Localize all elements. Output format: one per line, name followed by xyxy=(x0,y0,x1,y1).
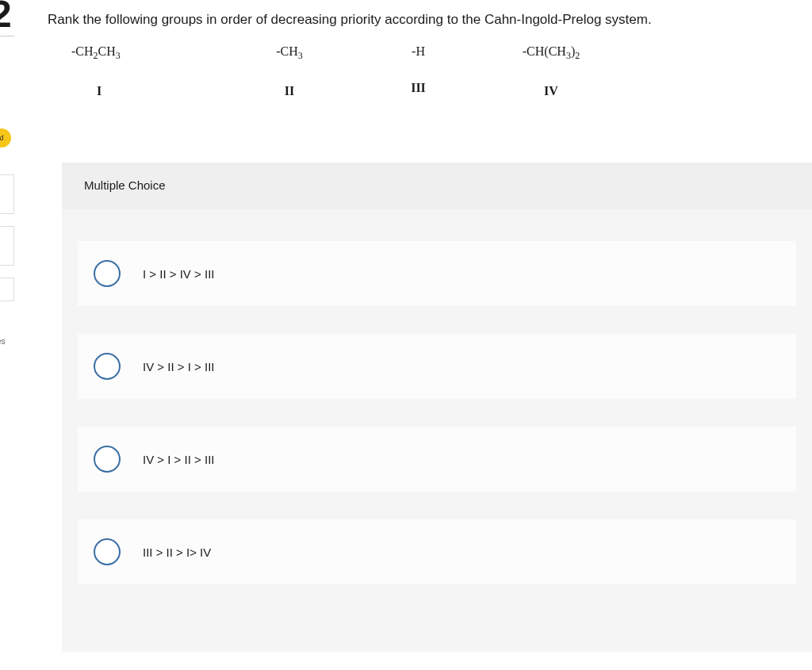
left-divider xyxy=(0,36,14,36)
roman-numeral: II xyxy=(285,84,294,98)
group-column: -CH(CH3)2 IV xyxy=(480,44,622,98)
answer-option[interactable]: IV > I > II > III xyxy=(78,427,796,492)
option-text: IV > II > I > III xyxy=(143,360,214,373)
left-box xyxy=(0,278,14,301)
roman-numeral: I xyxy=(71,84,102,98)
left-box xyxy=(0,226,14,266)
groups-row: -CH2CH3 I -CH3 II -H III -CH(CH3)2 IV xyxy=(48,44,812,98)
left-sidebar-boxes xyxy=(0,174,14,313)
radio-button[interactable] xyxy=(94,538,121,565)
options-list: I > II > IV > III IV > II > I > III IV >… xyxy=(62,209,812,584)
question-content: Rank the following groups in order of de… xyxy=(48,10,812,98)
chemical-formula: -CH(CH3)2 xyxy=(523,44,580,62)
radio-button[interactable] xyxy=(94,446,121,473)
left-box xyxy=(0,174,14,214)
page-number-fragment: 2 xyxy=(0,0,12,36)
question-prompt: Rank the following groups in order of de… xyxy=(48,10,812,30)
chemical-formula: -CH3 xyxy=(276,44,303,62)
left-label-fragment: es xyxy=(0,337,6,346)
answer-option[interactable]: IV > II > I > III xyxy=(78,334,796,399)
answer-option[interactable]: I > II > IV > III xyxy=(78,241,796,306)
roman-numeral: III xyxy=(411,81,426,95)
radio-button[interactable] xyxy=(94,260,121,287)
group-column: -CH2CH3 I xyxy=(63,44,222,98)
answers-container: Multiple Choice I > II > IV > III IV > I… xyxy=(62,163,812,652)
progress-badge: d xyxy=(0,128,11,147)
radio-button[interactable] xyxy=(94,353,121,380)
option-text: I > II > IV > III xyxy=(143,267,214,281)
group-column: -H III xyxy=(357,44,480,98)
chemical-formula: -CH2CH3 xyxy=(71,44,121,62)
multiple-choice-header: Multiple Choice xyxy=(62,163,812,209)
option-text: III > II > I> IV xyxy=(143,546,211,559)
roman-numeral: IV xyxy=(544,84,558,98)
group-column: -CH3 II xyxy=(222,44,357,98)
chemical-formula: -H xyxy=(412,44,425,59)
option-text: IV > I > II > III xyxy=(143,453,214,466)
answer-option[interactable]: III > II > I> IV xyxy=(78,519,796,584)
